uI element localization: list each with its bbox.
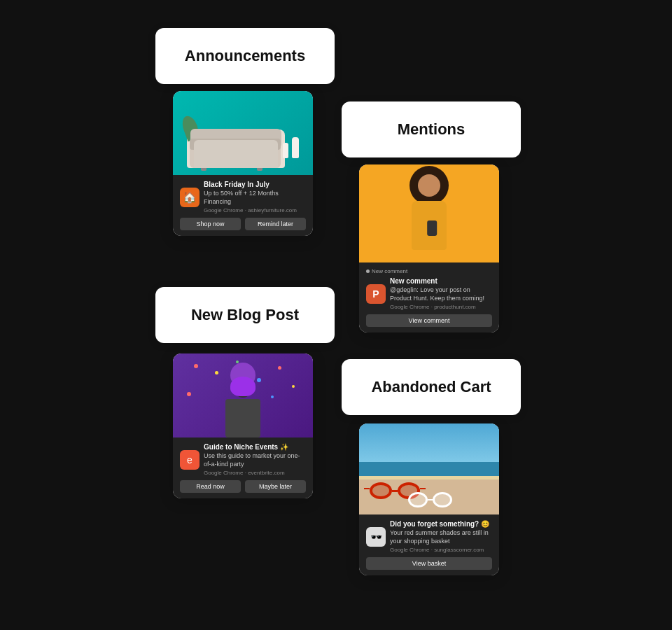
eventbrite-notif-source: Google Chrome · eventbrite.com xyxy=(204,470,306,476)
furniture-notif-body: Up to 50% off + 12 Months Financing xyxy=(204,190,306,206)
furniture-notif-source: Google Chrome · ashleyfurniture.com xyxy=(204,207,306,214)
mentions-title: Mentions xyxy=(398,120,465,139)
producthunt-view-comment-button[interactable]: View comment xyxy=(366,314,492,327)
producthunt-notif-tag: New comment xyxy=(366,268,492,274)
woman-image xyxy=(359,164,499,262)
sunglasses-notif-content: 🕶️ Did you forget something? 😊 Your red … xyxy=(359,514,499,575)
eventbrite-maybe-later-button[interactable]: Maybe later xyxy=(245,480,306,493)
abandoned-cart-label-card: Abandoned Cart xyxy=(342,359,521,415)
new-blog-post-label-card: New Blog Post xyxy=(155,287,335,343)
furniture-shop-now-button[interactable]: Shop now xyxy=(180,218,241,230)
announcements-label-card: Announcements xyxy=(155,28,335,84)
eventbrite-icon: e xyxy=(180,450,200,470)
mentions-label-card: Mentions xyxy=(342,102,521,158)
furniture-notif-title: Black Friday In July xyxy=(204,181,306,189)
sunglasses-icon: 🕶️ xyxy=(366,527,386,547)
producthunt-notification: New comment P New comment @gdeglin: Love… xyxy=(359,164,499,332)
announcements-title: Announcements xyxy=(185,47,305,65)
producthunt-notif-title: New comment xyxy=(390,277,492,286)
ashley-icon: 🏠 xyxy=(180,188,200,207)
producthunt-notif-content: New comment P New comment @gdeglin: Love… xyxy=(359,262,499,332)
sunglasses-notif-title: Did you forget something? 😊 xyxy=(390,520,492,528)
beach-image xyxy=(359,424,499,514)
sunglasses-view-basket-button[interactable]: View basket xyxy=(366,557,492,570)
producthunt-icon: P xyxy=(366,284,386,304)
abandoned-cart-title: Abandoned Cart xyxy=(371,378,491,396)
furniture-notification: 🏠 Black Friday In July Up to 50% off + 1… xyxy=(173,91,313,236)
eventbrite-read-now-button[interactable]: Read now xyxy=(180,480,241,493)
producthunt-notif-comment: @gdeglin: Love your post on Product Hunt… xyxy=(390,286,492,302)
party-image xyxy=(173,354,313,438)
eventbrite-notif-body: Use this guide to market your one-of-a-k… xyxy=(204,452,306,468)
eventbrite-notif-content: e Guide to Niche Events ✨ Use this guide… xyxy=(173,438,313,498)
sunglasses-notif-body: Your red summer shades are still in your… xyxy=(390,529,492,545)
eventbrite-notification: e Guide to Niche Events ✨ Use this guide… xyxy=(173,354,313,498)
sunglasses-notification: 🕶️ Did you forget something? 😊 Your red … xyxy=(359,424,499,575)
new-blog-post-title: New Blog Post xyxy=(191,306,299,324)
eventbrite-notif-title: Guide to Niche Events ✨ xyxy=(204,443,306,451)
furniture-image xyxy=(173,91,313,175)
furniture-notif-content: 🏠 Black Friday In July Up to 50% off + 1… xyxy=(173,175,313,236)
furniture-remind-later-button[interactable]: Remind later xyxy=(245,218,306,230)
producthunt-notif-source: Google Chrome · producthunt.com xyxy=(390,304,492,310)
sunglasses-notif-source: Google Chrome · sunglasscorner.com xyxy=(390,547,492,553)
